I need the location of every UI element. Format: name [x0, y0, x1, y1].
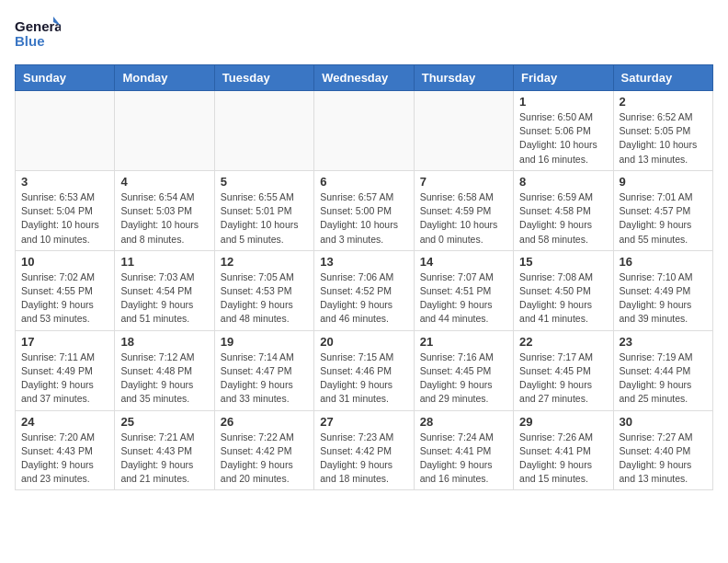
day-number: 6: [320, 175, 407, 189]
day-info: Sunrise: 7:22 AM Sunset: 4:42 PM Dayligh…: [221, 431, 308, 487]
day-info: Sunrise: 7:26 AM Sunset: 4:41 PM Dayligh…: [519, 431, 607, 487]
day-info: Sunrise: 7:19 AM Sunset: 4:44 PM Dayligh…: [620, 350, 707, 407]
day-number: 26: [221, 415, 308, 429]
calendar-cell: 17Sunrise: 7:11 AM Sunset: 4:49 PM Dayli…: [16, 330, 115, 410]
day-info: Sunrise: 6:58 AM Sunset: 4:59 PM Dayligh…: [420, 190, 507, 247]
day-number: 24: [21, 415, 108, 429]
calendar-cell: 28Sunrise: 7:24 AM Sunset: 4:41 PM Dayli…: [414, 410, 513, 490]
calendar-cell: 20Sunrise: 7:15 AM Sunset: 4:46 PM Dayli…: [314, 330, 414, 410]
day-info: Sunrise: 7:17 AM Sunset: 4:45 PM Dayligh…: [519, 350, 607, 407]
calendar-cell: 27Sunrise: 7:23 AM Sunset: 4:42 PM Dayli…: [314, 410, 414, 490]
week-row-1: 1Sunrise: 6:50 AM Sunset: 5:06 PM Daylig…: [16, 91, 713, 171]
day-number: 21: [420, 335, 507, 349]
day-number: 19: [221, 335, 308, 349]
day-number: 25: [120, 415, 208, 429]
calendar-cell: [115, 91, 214, 171]
day-number: 16: [620, 255, 707, 269]
calendar-cell: 26Sunrise: 7:22 AM Sunset: 4:42 PM Dayli…: [214, 410, 313, 490]
calendar-cell: [214, 91, 313, 171]
day-number: 28: [420, 415, 507, 429]
day-info: Sunrise: 6:55 AM Sunset: 5:01 PM Dayligh…: [221, 190, 308, 247]
calendar-cell: 3Sunrise: 6:53 AM Sunset: 5:04 PM Daylig…: [16, 170, 115, 250]
day-info: Sunrise: 6:59 AM Sunset: 4:58 PM Dayligh…: [519, 190, 607, 247]
calendar-cell: 18Sunrise: 7:12 AM Sunset: 4:48 PM Dayli…: [115, 330, 214, 410]
calendar-cell: 11Sunrise: 7:03 AM Sunset: 4:54 PM Dayli…: [115, 250, 214, 330]
calendar-cell: 4Sunrise: 6:54 AM Sunset: 5:03 PM Daylig…: [115, 170, 214, 250]
day-number: 14: [420, 255, 507, 269]
weekday-header-sunday: Sunday: [16, 65, 115, 91]
day-number: 5: [221, 175, 308, 189]
day-number: 30: [620, 415, 707, 429]
weekday-header-tuesday: Tuesday: [214, 65, 313, 91]
calendar-cell: 24Sunrise: 7:20 AM Sunset: 4:43 PM Dayli…: [16, 410, 115, 490]
weekday-header-row: SundayMondayTuesdayWednesdayThursdayFrid…: [16, 65, 713, 91]
week-row-3: 10Sunrise: 7:02 AM Sunset: 4:55 PM Dayli…: [16, 250, 713, 330]
calendar-cell: [314, 91, 414, 171]
calendar-cell: 22Sunrise: 7:17 AM Sunset: 4:45 PM Dayli…: [514, 330, 613, 410]
calendar-table: SundayMondayTuesdayWednesdayThursdayFrid…: [15, 64, 713, 490]
day-number: 18: [120, 335, 208, 349]
day-info: Sunrise: 6:54 AM Sunset: 5:03 PM Dayligh…: [120, 190, 208, 247]
day-info: Sunrise: 7:07 AM Sunset: 4:51 PM Dayligh…: [420, 270, 507, 327]
day-number: 2: [620, 95, 707, 109]
day-number: 15: [519, 255, 607, 269]
day-info: Sunrise: 7:24 AM Sunset: 4:41 PM Dayligh…: [420, 431, 507, 487]
calendar-cell: [16, 91, 115, 171]
day-number: 27: [320, 415, 407, 429]
week-row-4: 17Sunrise: 7:11 AM Sunset: 4:49 PM Dayli…: [16, 330, 713, 410]
day-number: 17: [21, 335, 108, 349]
weekday-header-saturday: Saturday: [613, 65, 712, 91]
calendar-cell: 23Sunrise: 7:19 AM Sunset: 4:44 PM Dayli…: [613, 330, 712, 410]
day-info: Sunrise: 7:12 AM Sunset: 4:48 PM Dayligh…: [120, 350, 208, 407]
day-info: Sunrise: 7:21 AM Sunset: 4:43 PM Dayligh…: [120, 431, 208, 487]
day-number: 13: [320, 255, 407, 269]
day-info: Sunrise: 7:14 AM Sunset: 4:47 PM Dayligh…: [221, 350, 308, 407]
day-number: 1: [519, 95, 607, 109]
day-info: Sunrise: 6:52 AM Sunset: 5:05 PM Dayligh…: [620, 110, 707, 167]
day-info: Sunrise: 7:01 AM Sunset: 4:57 PM Dayligh…: [620, 190, 707, 247]
calendar-cell: [414, 91, 513, 171]
day-info: Sunrise: 6:53 AM Sunset: 5:04 PM Dayligh…: [21, 190, 108, 247]
logo: General Blue: [15, 15, 61, 55]
day-info: Sunrise: 7:23 AM Sunset: 4:42 PM Dayligh…: [320, 431, 407, 487]
calendar-cell: 2Sunrise: 6:52 AM Sunset: 5:05 PM Daylig…: [613, 91, 712, 171]
weekday-header-friday: Friday: [514, 65, 613, 91]
calendar-cell: 6Sunrise: 6:57 AM Sunset: 5:00 PM Daylig…: [314, 170, 414, 250]
calendar-cell: 30Sunrise: 7:27 AM Sunset: 4:40 PM Dayli…: [613, 410, 712, 490]
calendar-cell: 1Sunrise: 6:50 AM Sunset: 5:06 PM Daylig…: [514, 91, 613, 171]
day-info: Sunrise: 6:57 AM Sunset: 5:00 PM Dayligh…: [320, 190, 407, 247]
day-info: Sunrise: 7:27 AM Sunset: 4:40 PM Dayligh…: [620, 431, 707, 487]
calendar-cell: 7Sunrise: 6:58 AM Sunset: 4:59 PM Daylig…: [414, 170, 513, 250]
day-info: Sunrise: 7:05 AM Sunset: 4:53 PM Dayligh…: [221, 270, 308, 327]
page-header: General Blue: [15, 15, 713, 55]
day-info: Sunrise: 7:20 AM Sunset: 4:43 PM Dayligh…: [21, 431, 108, 487]
day-info: Sunrise: 7:15 AM Sunset: 4:46 PM Dayligh…: [320, 350, 407, 407]
day-number: 3: [21, 175, 108, 189]
day-number: 9: [620, 175, 707, 189]
week-row-5: 24Sunrise: 7:20 AM Sunset: 4:43 PM Dayli…: [16, 410, 713, 490]
weekday-header-monday: Monday: [115, 65, 214, 91]
day-info: Sunrise: 7:03 AM Sunset: 4:54 PM Dayligh…: [120, 270, 208, 327]
day-info: Sunrise: 7:10 AM Sunset: 4:49 PM Dayligh…: [620, 270, 707, 327]
calendar-cell: 8Sunrise: 6:59 AM Sunset: 4:58 PM Daylig…: [514, 170, 613, 250]
calendar-cell: 25Sunrise: 7:21 AM Sunset: 4:43 PM Dayli…: [115, 410, 214, 490]
day-info: Sunrise: 6:50 AM Sunset: 5:06 PM Dayligh…: [519, 110, 607, 167]
day-number: 11: [120, 255, 208, 269]
calendar-cell: 21Sunrise: 7:16 AM Sunset: 4:45 PM Dayli…: [414, 330, 513, 410]
day-info: Sunrise: 7:11 AM Sunset: 4:49 PM Dayligh…: [21, 350, 108, 407]
calendar-cell: 29Sunrise: 7:26 AM Sunset: 4:41 PM Dayli…: [514, 410, 613, 490]
day-number: 22: [519, 335, 607, 349]
day-number: 4: [120, 175, 208, 189]
logo-svg: General Blue: [15, 15, 61, 55]
calendar-cell: 19Sunrise: 7:14 AM Sunset: 4:47 PM Dayli…: [214, 330, 313, 410]
day-number: 23: [620, 335, 707, 349]
day-number: 12: [221, 255, 308, 269]
calendar-cell: 15Sunrise: 7:08 AM Sunset: 4:50 PM Dayli…: [514, 250, 613, 330]
svg-text:Blue: Blue: [15, 33, 45, 49]
calendar-cell: 13Sunrise: 7:06 AM Sunset: 4:52 PM Dayli…: [314, 250, 414, 330]
day-number: 7: [420, 175, 507, 189]
day-number: 8: [519, 175, 607, 189]
calendar-cell: 9Sunrise: 7:01 AM Sunset: 4:57 PM Daylig…: [613, 170, 712, 250]
week-row-2: 3Sunrise: 6:53 AM Sunset: 5:04 PM Daylig…: [16, 170, 713, 250]
day-number: 10: [21, 255, 108, 269]
